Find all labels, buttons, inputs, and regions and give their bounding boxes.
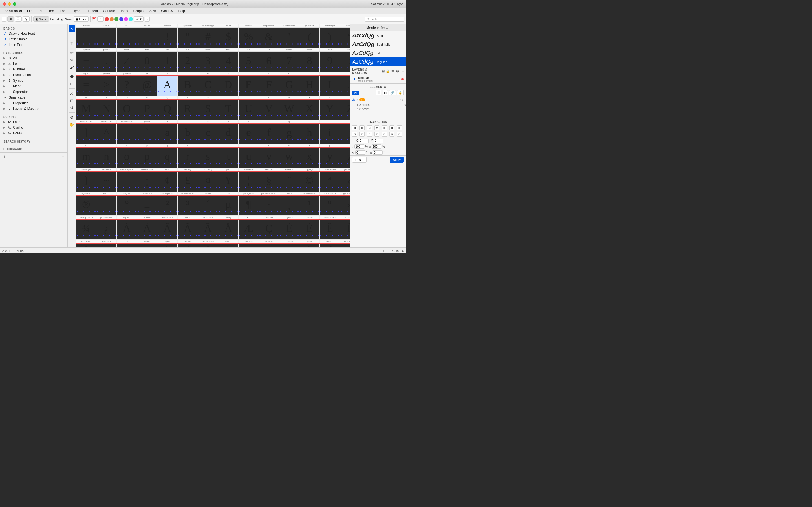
glyph-cell[interactable]: (: [299, 27, 320, 48]
rotation-input[interactable]: [355, 151, 365, 155]
glyph-cell[interactable]: ?: [117, 75, 137, 96]
glyph-cell[interactable]: F: [259, 75, 279, 96]
glyph-cell[interactable]: Á: [137, 219, 157, 239]
glyph-cell[interactable]: □: [76, 27, 96, 48]
glyph-cell[interactable]: [117, 171, 137, 191]
rect-tool[interactable]: □: [68, 80, 75, 87]
glyph-cell[interactable]: 6: [259, 52, 279, 72]
glyph-cell[interactable]: [117, 27, 137, 48]
glyph-cell[interactable]: Ñ: [137, 243, 157, 247]
glyph-cell[interactable]: ´: [198, 195, 218, 216]
glyph-cell[interactable]: u: [239, 147, 259, 168]
glyph-cell[interactable]: È: [279, 219, 299, 239]
index-button[interactable]: ▣ Index: [73, 16, 89, 22]
glyph-cell[interactable]: Ð: [117, 243, 137, 247]
transform-btn-1[interactable]: ⊞: [352, 125, 357, 130]
transform-btn-5[interactable]: ⊟: [382, 125, 387, 130]
type-tool[interactable]: T: [68, 40, 75, 47]
glyph-cell[interactable]: Ò: [157, 243, 177, 247]
color-blue[interactable]: [119, 17, 123, 21]
glyph-cell[interactable]: T: [218, 100, 239, 120]
glyph-cell[interactable]: $: [218, 27, 239, 48]
glyph-cell[interactable]: b: [177, 123, 198, 144]
glyph-cell[interactable]: C: [198, 75, 218, 96]
glyph-cell[interactable]: ¸: [279, 195, 299, 216]
sidebar-item-all[interactable]: ▶ ⊕ All: [0, 55, 67, 61]
glyph-cell[interactable]: G: [279, 75, 299, 96]
glyph-cell[interactable]: *: [340, 27, 350, 48]
transform-btn-6[interactable]: ⊟: [389, 125, 395, 130]
color-purple[interactable]: [124, 17, 128, 21]
sidebar-item-latin-simple[interactable]: A Latin Simple: [0, 36, 67, 42]
glyph-cell[interactable]: >: [96, 75, 117, 96]
glyph-cell[interactable]: %: [239, 27, 259, 48]
glyph-cell[interactable]: Ô: [198, 243, 218, 247]
glyph-cell[interactable]: Ç: [259, 219, 279, 239]
more-button[interactable]: ›: [145, 17, 150, 22]
glyph-cell[interactable]: [137, 27, 157, 48]
glyph-cell[interactable]: ©: [299, 171, 320, 191]
glyph-cell[interactable]: `: [137, 123, 157, 144]
glyph-cell[interactable]: N: [96, 100, 117, 120]
glyph-cell[interactable]: ²: [157, 195, 177, 216]
sidebar-add-button[interactable]: +: [3, 154, 6, 159]
glyph-cell[interactable]: ~: [96, 171, 117, 191]
glyph-cell[interactable]: s: [198, 147, 218, 168]
glyph-cell[interactable]: ¾: [76, 219, 96, 239]
sidebar-item-properties[interactable]: ▶ ≡ Properties: [0, 100, 67, 106]
glyph-cell[interactable]: »: [340, 195, 350, 216]
sidebar-item-mark[interactable]: ▶ ~ Mark: [0, 83, 67, 89]
color-green[interactable]: [114, 17, 118, 21]
sidebar-item-greek[interactable]: ▶ Αa Greek: [0, 130, 67, 136]
transform-btn-11[interactable]: ⊟: [374, 131, 379, 136]
glyph-cell[interactable]: D: [218, 75, 239, 96]
layers-lock-icon[interactable]: 🔒: [386, 69, 390, 73]
elements-lock-view[interactable]: 🔒: [397, 90, 404, 96]
glyph-cell[interactable]: 8: [299, 52, 320, 72]
glyph-cell[interactable]: @: [137, 75, 157, 96]
transform-btn-13[interactable]: ⊟: [389, 131, 395, 136]
glyph-cell[interactable]: Õ: [218, 243, 239, 247]
glyph-cell[interactable]: µ: [218, 195, 239, 216]
sidebar-item-symbol[interactable]: ▶ Σ Symbol: [0, 78, 67, 83]
menu-tools[interactable]: Tools: [118, 8, 130, 13]
glyph-cell[interactable]: x: [299, 147, 320, 168]
glyph-cell[interactable]: ¶: [239, 195, 259, 216]
pen-tool[interactable]: ✏: [68, 49, 75, 56]
glyph-cell[interactable]: Ë: [340, 219, 350, 239]
glyph-cell[interactable]: −: [76, 52, 96, 72]
sidebar-item-latin-pro[interactable]: A Latin Pro: [0, 42, 67, 48]
glyph-cell[interactable]: q: [157, 147, 177, 168]
elements-filter-all[interactable]: All: [352, 91, 359, 95]
glyph-cell[interactable]: ): [320, 27, 340, 48]
transform-btn-3[interactable]: ▷|: [367, 125, 372, 130]
glyph-cell[interactable]: ": [177, 27, 198, 48]
glyph-cell[interactable]: ®: [76, 195, 96, 216]
elements-grid-view[interactable]: ⊞: [383, 90, 388, 96]
glyph-cell[interactable]: R: [177, 100, 198, 120]
zoom-tool[interactable]: ⊕: [68, 114, 75, 121]
glyph-cell[interactable]: ∕: [117, 52, 137, 72]
glyph-cell[interactable]: X: [299, 100, 320, 120]
glyph-cell[interactable]: Ã: [177, 219, 198, 239]
glyph-cell[interactable]: Î: [76, 243, 96, 247]
glyph-cell[interactable]: Ø: [279, 243, 299, 247]
glyph-cell[interactable]: ¹: [299, 195, 320, 216]
elements-link-view[interactable]: 🔗: [389, 90, 396, 96]
glyph-cell[interactable]: y: [320, 147, 340, 168]
sidebar-item-layers-masters[interactable]: ▶ ≡ Layers & Masters: [0, 106, 67, 112]
filter-button[interactable]: ◎: [23, 16, 30, 22]
pencil-tool[interactable]: ✎: [68, 57, 75, 63]
minimize-button[interactable]: [8, 2, 11, 6]
list-view-button[interactable]: ☰: [15, 16, 22, 22]
sidebar-item-number[interactable]: ▶ 2 Number: [0, 66, 67, 72]
glyph-cell[interactable]: ¢: [157, 171, 177, 191]
glyph-cell[interactable]: É: [299, 219, 320, 239]
name-button[interactable]: ▣ Name: [33, 16, 49, 22]
glyph-cell[interactable]: n: [96, 147, 117, 168]
transform-btn-9[interactable]: ⊟: [359, 131, 364, 136]
glyph-cell[interactable]: Ó: [177, 243, 198, 247]
sidebar-item-separator[interactable]: ▶ — Separator: [0, 89, 67, 95]
glyph-cell[interactable]: m: [76, 147, 96, 168]
glyph-cell[interactable]: V: [259, 100, 279, 120]
